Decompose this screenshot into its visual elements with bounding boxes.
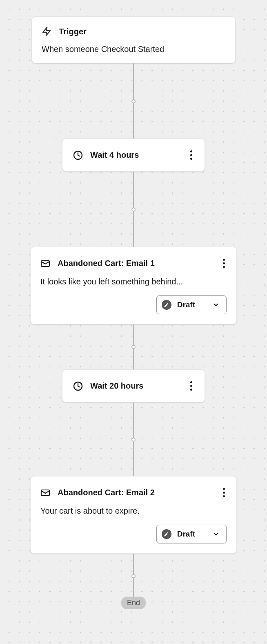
status-dropdown[interactable]: Draft [156, 295, 227, 314]
trigger-title: Trigger [59, 27, 87, 36]
mail-icon [40, 488, 50, 498]
more-button[interactable] [221, 486, 227, 499]
lightning-icon [42, 26, 51, 37]
more-button[interactable] [189, 380, 194, 392]
status-dropdown[interactable]: Draft [156, 525, 227, 543]
connector-dot [131, 574, 136, 578]
wait-label: Wait 20 hours [90, 381, 181, 391]
connector-line [133, 172, 134, 247]
connector-line [133, 324, 134, 369]
connector-dot [131, 345, 136, 349]
wait-card-1[interactable]: Wait 4 hours [62, 139, 205, 172]
connector-dot [131, 99, 136, 103]
clock-icon [73, 381, 83, 391]
connector-dot [131, 208, 136, 212]
pencil-circle-icon [162, 300, 171, 310]
more-button[interactable] [189, 149, 194, 161]
connector-dot [131, 438, 136, 442]
mail-icon [40, 259, 50, 268]
status-label: Draft [177, 530, 195, 539]
wait-label: Wait 4 hours [90, 150, 181, 160]
email-description: Your cart is about to expire. [40, 506, 227, 516]
chevron-down-icon [212, 301, 220, 309]
wait-card-2[interactable]: Wait 20 hours [62, 369, 205, 402]
email-title: Abandoned Cart: Email 1 [58, 259, 214, 268]
email-card-2[interactable]: Abandoned Cart: Email 2 Your cart is abo… [30, 476, 237, 554]
email-description: It looks like you left something behind.… [40, 277, 227, 286]
clock-icon [73, 150, 83, 160]
pencil-circle-icon [162, 529, 171, 539]
email-title: Abandoned Cart: Email 2 [58, 488, 214, 497]
chevron-down-icon [212, 530, 220, 538]
trigger-card[interactable]: Trigger When someone Checkout Started [31, 16, 236, 63]
svg-marker-0 [43, 27, 50, 36]
connector-line [133, 63, 134, 139]
more-button[interactable] [221, 257, 227, 270]
trigger-description: When someone Checkout Started [42, 45, 225, 54]
connector-line [133, 554, 134, 597]
end-badge: End [121, 597, 146, 609]
email-card-1[interactable]: Abandoned Cart: Email 1 It looks like yo… [30, 247, 237, 324]
status-label: Draft [177, 300, 195, 309]
connector-line [133, 402, 134, 476]
